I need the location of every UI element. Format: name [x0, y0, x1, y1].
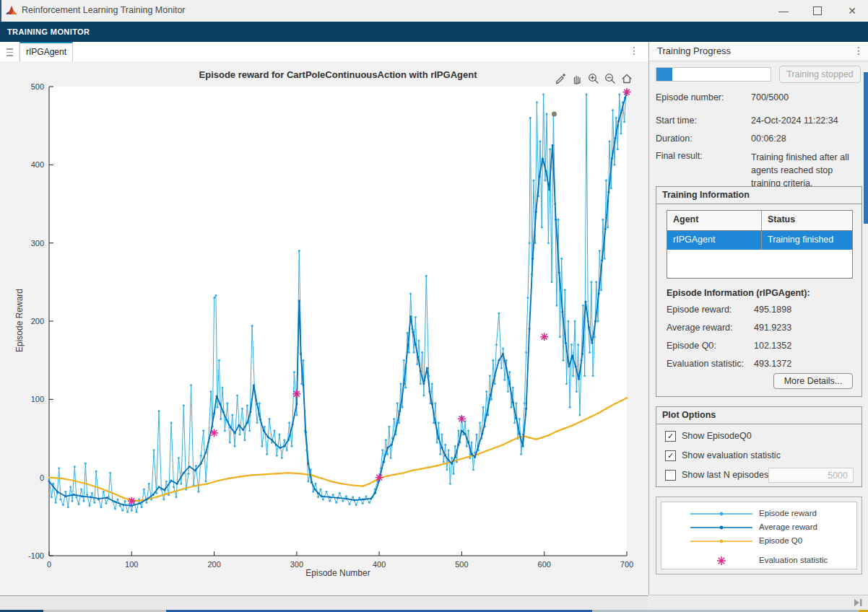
panel-menu-icon[interactable]: ⋮ [853, 45, 864, 56]
skip-to-end-icon[interactable] [853, 598, 863, 607]
col-header-status: Status [761, 211, 852, 230]
svg-text:200: 200 [31, 317, 44, 325]
tab-rlpgagent[interactable]: rIPGAgent [19, 42, 73, 61]
table-header-row: Agent Status [667, 211, 852, 231]
checkbox-icon[interactable]: ✓ [665, 450, 676, 461]
show-episodeq0-checkbox-row[interactable]: ✓ Show EpisodeQ0 [665, 430, 752, 442]
svg-text:400: 400 [31, 160, 44, 169]
episode-reward-value: 495.1898 [754, 305, 791, 315]
final-result-value: Training finished after all agents reach… [751, 151, 862, 190]
checkbox-icon[interactable] [665, 470, 676, 481]
svg-text:-100: -100 [28, 551, 44, 560]
minimize-button[interactable]: — [771, 3, 796, 19]
duration-label: Duration: [656, 134, 693, 144]
maximize-button[interactable] [805, 3, 830, 19]
episode-reward-line-swatch [689, 508, 754, 523]
agents-table: Agent Status rIPGAgent Training finished [667, 210, 853, 279]
svg-text:500: 500 [31, 82, 44, 91]
episode-information-title: Episode Information (rIPGAgent): [667, 288, 810, 298]
checkbox-label: Show evaluation statistic [682, 450, 781, 460]
titlebar: Reinforcement Learning Training Monitor … [0, 0, 868, 22]
checkbox-icon[interactable]: ✓ [665, 431, 676, 442]
evaluation-statistic-value: 493.1372 [754, 359, 791, 369]
figure-panel: Episode reward for CartPoleContinuousAct… [0, 61, 648, 595]
checkbox-label: Show EpisodeQ0 [682, 431, 752, 441]
episode-q0-value: 102.1352 [754, 341, 791, 351]
show-evaluation-statistic-checkbox-row[interactable]: ✓ Show evaluation statistic [665, 450, 781, 461]
tab-grip-icon[interactable] [0, 42, 19, 61]
tabstrip-menu-icon[interactable]: ⋮ [627, 45, 641, 56]
average-reward-line-swatch [689, 522, 754, 536]
col-header-agent: Agent [667, 211, 761, 230]
episode-q0-line-swatch [689, 536, 754, 550]
status-cell: Training finished [761, 231, 852, 250]
legend-box: Episode reward Average reward Episode Q0… [656, 497, 862, 574]
plot-options-group: Plot Options ✓ Show EpisodeQ0 ✓ Show eva… [656, 406, 862, 487]
panel-header: Training Progress ⋮ [649, 42, 868, 61]
svg-text:100: 100 [31, 395, 44, 403]
evaluation-statistic-asterisk-swatch [689, 555, 754, 569]
panel-bottom-strip [649, 595, 868, 610]
episode-number-value: 700/5000 [751, 92, 789, 102]
agent-cell: rIPGAgent [667, 231, 761, 250]
checkbox-label: Show last N episodes [682, 470, 768, 480]
document-tabstrip: rIPGAgent ⋮ [0, 42, 648, 62]
legend-item-evaluation-statistic: Evaluation statistic [661, 555, 856, 567]
figure-bottom-strip [0, 595, 648, 611]
progress-fill [656, 68, 672, 81]
duration-value: 00:06:28 [751, 134, 786, 144]
toolstrip: TRAINING MONITOR [0, 22, 868, 42]
legend-item-episode-q0: Episode Q0 [661, 536, 856, 547]
svg-text:300: 300 [31, 239, 44, 248]
training-progress-panel: Training Progress ⋮ Training stopped Epi… [648, 42, 868, 595]
more-details-button[interactable]: More Details... [773, 373, 853, 389]
average-reward-label: Average reward: [667, 323, 733, 333]
right-edge-scroll-indicator[interactable] [864, 72, 868, 224]
legend: Episode reward Average reward Episode Q0… [661, 502, 857, 569]
show-last-n-episodes-checkbox-row[interactable]: Show last N episodes [665, 469, 768, 481]
episode-number-label: Episode number: [656, 92, 724, 102]
last-n-episodes-input[interactable] [768, 468, 854, 483]
episode-reward-label: Episode reward: [667, 305, 732, 315]
window-title: Reinforcement Learning Training Monitor [22, 5, 186, 15]
final-result-label: Final result: [656, 151, 703, 161]
table-row[interactable]: rIPGAgent Training finished [667, 231, 852, 250]
reward-plot[interactable]: 0100200300400500600700-10001002003004005… [0, 61, 648, 595]
y-axis-label: Episode Reward [14, 86, 25, 555]
panel-title: Training Progress [657, 45, 731, 56]
training-progress-bar [656, 67, 771, 82]
plot-options-title: Plot Options [656, 407, 862, 424]
matlab-logo-icon [6, 5, 17, 17]
average-reward-value: 491.9233 [754, 323, 791, 333]
close-button[interactable]: ✕ [840, 3, 864, 19]
start-time-value: 24-Oct-2024 11:22:34 [751, 115, 838, 126]
episode-q0-label: Episode Q0: [667, 341, 716, 351]
x-axis-label: Episode Number [49, 568, 627, 578]
evaluation-statistic-label: Evaluation statistic: [667, 359, 744, 369]
legend-item-episode-reward: Episode reward [661, 508, 856, 520]
svg-text:0: 0 [40, 473, 44, 482]
toolstrip-tab-training-monitor[interactable]: TRAINING MONITOR [7, 27, 90, 36]
training-information-group: Training Information Agent Status rIPGAg… [656, 186, 862, 397]
legend-item-average-reward: Average reward [661, 522, 856, 533]
start-time-label: Start time: [656, 115, 697, 126]
training-stopped-button[interactable]: Training stopped [779, 66, 861, 83]
training-information-title: Training Information [656, 187, 862, 204]
